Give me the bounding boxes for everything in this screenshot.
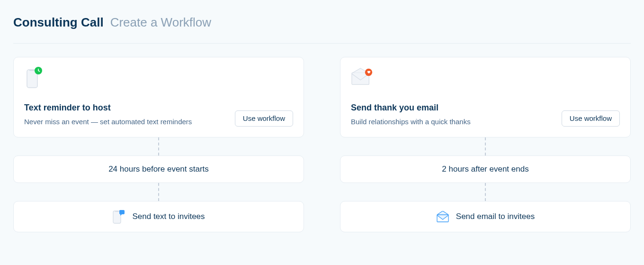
page-title: Consulting Call bbox=[13, 15, 104, 30]
use-workflow-button[interactable]: Use workflow bbox=[562, 110, 620, 127]
use-workflow-button[interactable]: Use workflow bbox=[235, 110, 293, 127]
svg-rect-1 bbox=[29, 70, 35, 71]
phone-sms-icon bbox=[112, 210, 125, 223]
connector-line bbox=[158, 137, 159, 155]
workflow-card: Text reminder to host Never miss an even… bbox=[13, 57, 304, 137]
timing-step: 24 hours before event starts bbox=[13, 155, 304, 183]
action-label: Send email to invitees bbox=[456, 212, 535, 221]
envelope-heart-icon bbox=[351, 67, 374, 90]
action-label: Send text to invitees bbox=[132, 212, 205, 221]
action-step: Send text to invitees bbox=[13, 201, 304, 232]
page-header: Consulting Call Create a Workflow bbox=[13, 15, 631, 44]
connector-line bbox=[158, 183, 159, 201]
phone-time-icon bbox=[24, 67, 47, 90]
connector-line bbox=[485, 183, 486, 201]
svg-rect-6 bbox=[119, 210, 125, 214]
timing-step: 2 hours after event ends bbox=[340, 155, 631, 183]
action-step: Send email to invitees bbox=[340, 201, 631, 232]
page-subtitle: Create a Workflow bbox=[110, 15, 211, 30]
workflow-column: Text reminder to host Never miss an even… bbox=[13, 57, 304, 232]
envelope-open-icon bbox=[436, 210, 449, 223]
timing-label: 24 hours before event starts bbox=[108, 164, 209, 174]
connector-line bbox=[485, 137, 486, 155]
svg-rect-5 bbox=[115, 211, 119, 212]
timing-label: 2 hours after event ends bbox=[442, 164, 528, 174]
workflow-card: Send thank you email Build relationships… bbox=[340, 57, 631, 137]
workflow-column: Send thank you email Build relationships… bbox=[340, 57, 631, 232]
